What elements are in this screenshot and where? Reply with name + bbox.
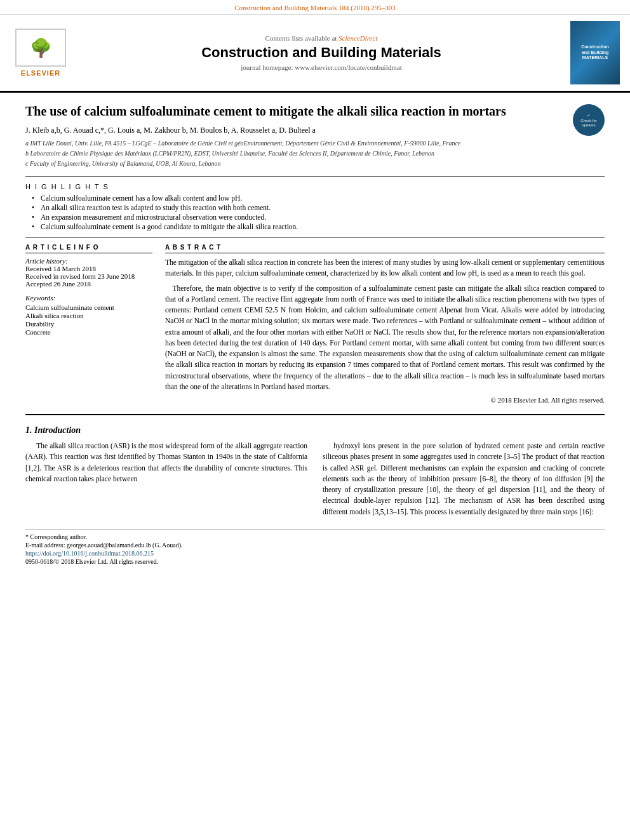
received-date: Received 14 March 2018 <box>25 265 152 272</box>
revised-date: Received in revised form 23 June 2018 <box>25 272 152 280</box>
abstract-label: A B S T R A C T <box>165 244 605 253</box>
sciencedirect-line: Contents lists available at ScienceDirec… <box>85 34 558 42</box>
highlight-3: An expansion measurement and microstruct… <box>32 213 605 221</box>
keywords-label: Keywords: <box>25 294 152 302</box>
intro-p1: The alkali silica reaction (ASR) is the … <box>25 441 307 484</box>
divider-highlights <box>25 176 605 177</box>
intro-col1-text: The alkali silica reaction (ASR) is the … <box>25 442 307 483</box>
intro-columns: The alkali silica reaction (ASR) is the … <box>25 441 605 521</box>
divider-article-info <box>25 237 605 237</box>
email-footnote: E-mail address: georges.aouad@balamand.e… <box>25 542 605 549</box>
abstract-col: A B S T R A C T The mitigation of the al… <box>165 244 605 404</box>
journal-header: 🌳 ELSEVIER Contents lists available at S… <box>0 15 630 93</box>
abstract-text: The mitigation of the alkali silica reac… <box>165 257 605 392</box>
paper-title: The use of calcium sulfoaluminate cement… <box>25 103 605 119</box>
highlights-list: Calcium sulfoaluminate cement has a low … <box>32 194 605 230</box>
copyright-notice: © 2018 Elsevier Ltd. All rights reserved… <box>165 396 605 404</box>
article-info-col: A R T I C L E I N F O Article history: R… <box>25 244 152 404</box>
journal-homepage: journal homepage: www.elsevier.com/locat… <box>85 63 558 71</box>
intro-col-left: The alkali silica reaction (ASR) is the … <box>25 441 307 521</box>
body-divider <box>25 414 605 415</box>
corresponding-footnote: * Corresponding author. <box>25 533 605 540</box>
journal-title: Construction and Building Materials <box>85 44 558 61</box>
authors-line: J. Kleib a,b, G. Aouad c,*, G. Louis a, … <box>25 126 605 135</box>
affiliation-b: b Laboratoire de Chimie Physique des Mat… <box>25 149 605 158</box>
highlight-2: An alkali silica reaction test is adapte… <box>32 204 605 211</box>
affiliations: a IMT Lille Douai, Univ. Lille, FA 4515 … <box>25 139 605 168</box>
history-label: Article history: <box>25 257 152 265</box>
journal-center: Contents lists available at ScienceDirec… <box>72 34 570 71</box>
article-info: A R T I C L E I N F O Article history: R… <box>25 244 152 336</box>
keyword-1: Calcium sulfoaluminate cement <box>25 303 152 311</box>
abstract-p1: The mitigation of the alkali silica reac… <box>165 257 605 279</box>
doi-link[interactable]: https://doi.org/10.1016/j.conbuildmat.20… <box>25 550 605 557</box>
cover-title: Constructionand BuildingMATERIALS <box>581 44 609 60</box>
accepted-date: Accepted 26 June 2018 <box>25 280 152 288</box>
keyword-4: Concrete <box>25 328 152 336</box>
doi-text: https://doi.org/10.1016/j.conbuildmat.20… <box>25 550 154 557</box>
article-abstract-columns: A R T I C L E I N F O Article history: R… <box>25 244 605 404</box>
affiliation-c: c Faculty of Engineering, University of … <box>25 159 605 168</box>
keywords-list: Calcium sulfoaluminate cement Alkali sil… <box>25 303 152 336</box>
keyword-3: Durability <box>25 320 152 328</box>
keywords-section: Keywords: Calcium sulfoaluminate cement … <box>25 294 152 336</box>
authors-text: J. Kleib a,b, G. Aouad c,*, G. Louis a, … <box>25 126 316 135</box>
issn-footnote: 0950-0618/© 2018 Elsevier Ltd. All right… <box>25 558 605 565</box>
elsevier-logo: 🌳 ELSEVIER <box>9 29 72 77</box>
affiliation-a: a IMT Lille Douai, Univ. Lille, FA 4515 … <box>25 139 605 148</box>
introduction-section: 1. Introduction The alkali silica reacti… <box>25 425 605 521</box>
highlight-1: Calcium sulfoaluminate cement has a low … <box>32 194 605 202</box>
article-history: Article history: Received 14 March 2018 … <box>25 257 152 288</box>
article-info-label: A R T I C L E I N F O <box>25 244 152 253</box>
sciencedirect-link[interactable]: ScienceDirect <box>338 34 377 42</box>
keyword-2: Alkali silica reaction <box>25 312 152 319</box>
check-for-updates-badge: ✓Check forupdates <box>573 104 605 136</box>
badge-text: ✓Check forupdates <box>580 113 597 127</box>
intro-title: 1. Introduction <box>25 425 605 436</box>
highlight-4: Calcium sulfoaluminate cement is a good … <box>32 223 605 230</box>
badge-inner: ✓Check forupdates <box>573 104 605 136</box>
tree-icon: 🌳 <box>30 37 52 58</box>
intro-col-right: hydroxyl ions present in the pore soluti… <box>323 441 605 521</box>
abstract-section: A B S T R A C T The mitigation of the al… <box>165 244 605 404</box>
title-area: ✓Check forupdates The use of calcium sul… <box>25 103 605 119</box>
intro-col2-text: hydroxyl ions present in the pore soluti… <box>323 442 605 516</box>
highlights-section: H I G H L I G H T S Calcium sulfoalumina… <box>25 183 605 230</box>
footnote-area: * Corresponding author. E-mail address: … <box>25 529 605 565</box>
journal-cover: Constructionand BuildingMATERIALS <box>570 21 621 84</box>
citation-bar: Construction and Building Materials 184 … <box>0 0 630 15</box>
intro-p2: hydroxyl ions present in the pore soluti… <box>323 441 605 517</box>
main-content: ✓Check forupdates The use of calcium sul… <box>0 93 630 579</box>
highlights-label: H I G H L I G H T S <box>25 183 605 190</box>
abstract-p2: Therefore, the main objective is to veri… <box>165 283 605 393</box>
sciencedirect-prefix: Contents lists available at <box>265 34 338 42</box>
elsevier-wordmark: ELSEVIER <box>21 69 60 77</box>
elsevier-logo-box: 🌳 <box>15 29 66 67</box>
citation-text: Construction and Building Materials 184 … <box>234 4 396 11</box>
cover-image: Constructionand BuildingMATERIALS <box>570 21 620 84</box>
